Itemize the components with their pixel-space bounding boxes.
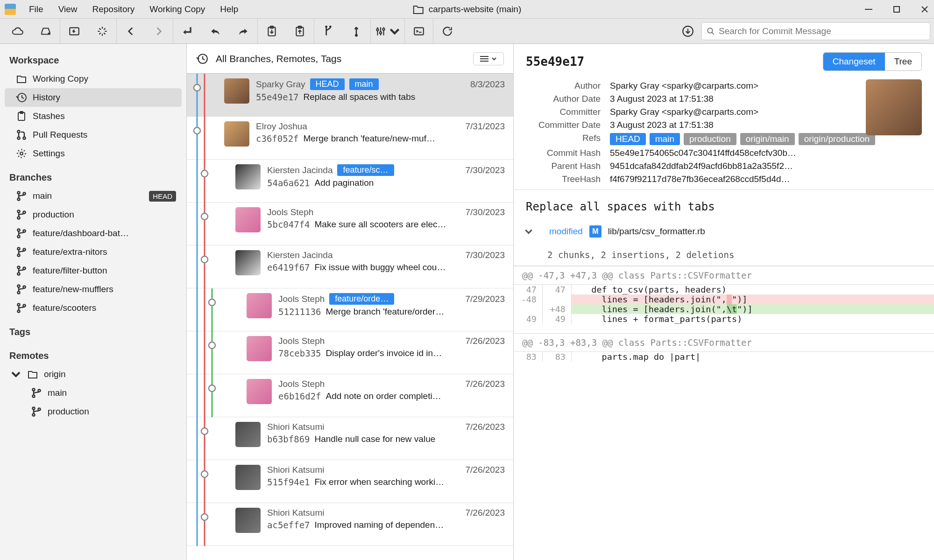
close-button[interactable] [920,5,929,14]
file-status-badge: M [589,225,601,238]
repo-title-text: carparts-website (main) [429,4,522,14]
meta-label-commit-hash: Commit Hash [526,148,610,158]
clipboard-up-button[interactable] [286,19,314,43]
meta-label-refs: Refs [526,133,610,145]
terminal-button[interactable] [405,19,433,43]
changeset-tab[interactable]: Changeset [823,53,885,70]
diff-line: -48 lines = [headers.join(", ")] [514,294,934,304]
pull-button[interactable] [173,19,201,43]
clipboard-down-button[interactable] [258,19,286,43]
chevron-down-icon [524,227,533,236]
commit-hash: 515f94e1 [267,477,310,487]
branch-button[interactable] [342,19,370,43]
line-number-old: 47 [514,285,543,294]
sidebar-branch-item[interactable]: feature/dashboard-bat… [5,224,182,243]
sidebar-working-copy[interactable]: Working Copy [5,70,182,88]
search-input[interactable] [719,26,925,36]
svg-point-50 [33,407,35,410]
ref-chip[interactable]: origin/main [740,133,795,145]
maximize-button[interactable] [892,5,901,14]
svg-point-33 [18,236,20,238]
menu-repository[interactable]: Repository [85,2,141,16]
download-icon[interactable] [680,23,696,39]
svg-point-52 [38,408,41,411]
svg-point-23 [18,137,20,140]
commit-row[interactable]: Shiori Katsumi7/26/2023ac5effe7Improved … [187,503,513,546]
diff-line: 4747 def to_csv(parts, headers) [514,285,934,294]
sidebar-branch-item[interactable]: feature/scooters [5,299,182,317]
merge-button[interactable] [314,19,342,43]
commit-row[interactable]: Kiersten Jacinda7/30/2023e6419f67Fix iss… [187,245,513,288]
push-button[interactable] [229,19,257,43]
file-row[interactable]: modified M lib/parts/csv_formatter.rb [514,222,934,244]
ref-chip[interactable]: origin/production [799,133,875,145]
commit-row[interactable]: Sparky GrayHEADmain8/3/202355e49e17Repla… [187,74,513,117]
commit-row[interactable]: Elroy Joshua7/31/2023c36f052fMerge branc… [187,117,513,160]
cloud-button[interactable] [4,19,32,43]
commit-row[interactable]: Jools Steph7/26/2023e6b16d2fAdd note on … [187,374,513,417]
commit-row[interactable]: Jools Steph7/26/202378ceb335Display orde… [187,331,513,374]
magic-button[interactable] [88,19,116,43]
settings-sliders-button[interactable] [371,19,404,43]
sidebar-branch-item[interactable]: mainHEAD [5,187,182,205]
sidebar-remote-branch-item[interactable]: main [5,384,182,402]
forward-button[interactable] [145,19,173,43]
line-number-new [543,294,572,304]
minimize-button[interactable] [864,5,873,14]
sidebar-settings[interactable]: Settings [5,144,182,163]
view-segmented-control[interactable]: Changeset Tree [823,52,922,71]
toolbar [0,19,934,44]
ref-chip[interactable]: main [650,133,680,145]
commit-hash: 78ceb335 [278,348,321,358]
ref-chip[interactable]: HEAD [610,133,646,145]
commit-author: Jools Steph [267,207,313,217]
back-button[interactable] [117,19,145,43]
ref-badge: feature/sc… [337,164,394,176]
sidebar-item-label: production [33,210,74,220]
commit-row[interactable]: Jools Stephfeature/orde…7/29/20235121113… [187,288,513,331]
menu-help[interactable]: Help [213,2,245,16]
sidebar-stashes[interactable]: Stashes [5,107,182,126]
menu-file[interactable]: File [22,2,50,16]
sidebar-remote-branch-item[interactable]: production [5,402,182,421]
diff-line: 4949 lines + format_parts(parts) [514,314,934,324]
sidebar-item-label: Pull Requests [33,130,87,140]
sidebar-remote-origin[interactable]: origin [5,365,182,384]
svg-point-65 [201,170,208,177]
reveal-button[interactable] [60,19,88,43]
commit-row[interactable]: Kiersten Jacindafeature/sc…7/30/202354a6… [187,160,513,203]
commit-author: Sparky Gray [256,79,305,90]
tree-tab[interactable]: Tree [885,53,921,70]
refresh-button[interactable] [433,19,461,43]
svg-point-36 [18,254,20,257]
line-number-old [514,304,543,314]
sidebar-branch-item[interactable]: feature/new-mufflers [5,280,182,299]
search-box[interactable] [701,22,930,40]
sidebar-branch-item[interactable]: feature/extra-nitors [5,243,182,261]
commit-hash: e6419f67 [267,262,310,273]
commit-date: 7/26/2023 [465,379,505,389]
commit-row[interactable]: Jools Steph7/30/20235bc047f4Make sure al… [187,203,513,245]
svg-rect-16 [414,28,424,35]
sidebar-pull-requests[interactable]: Pull Requests [5,126,182,144]
chunk-summary: 2 chunks, 2 insertions, 2 deletions [514,244,934,266]
commit-hash: e6b16d2f [278,391,321,401]
view-mode-toggle[interactable] [473,52,504,65]
commit-list[interactable]: Sparky GrayHEADmain8/3/202355e49e17Repla… [187,74,513,560]
avatar [224,78,249,104]
commit-row[interactable]: Shiori Katsumi7/26/2023515f94e1Fix error… [187,460,513,503]
commit-row[interactable]: Shiori Katsumi7/26/2023b63bf869Handle nu… [187,417,513,460]
menu-working-copy[interactable]: Working Copy [143,2,212,16]
commit-date: 7/26/2023 [465,336,505,346]
undo-button[interactable] [201,19,229,43]
drive-button[interactable] [32,19,60,43]
svg-point-92 [201,514,208,520]
sidebar-branch-item[interactable]: feature/filter-button [5,261,182,280]
ref-chip[interactable]: production [684,133,736,145]
commit-hash: 5bc047f4 [267,219,310,230]
menu-view[interactable]: View [52,2,84,16]
svg-point-30 [18,217,20,219]
sidebar-branch-item[interactable]: production [5,205,182,224]
sidebar-history[interactable]: History [5,88,182,107]
commit-filter-label[interactable]: All Branches, Remotes, Tags [216,53,341,64]
